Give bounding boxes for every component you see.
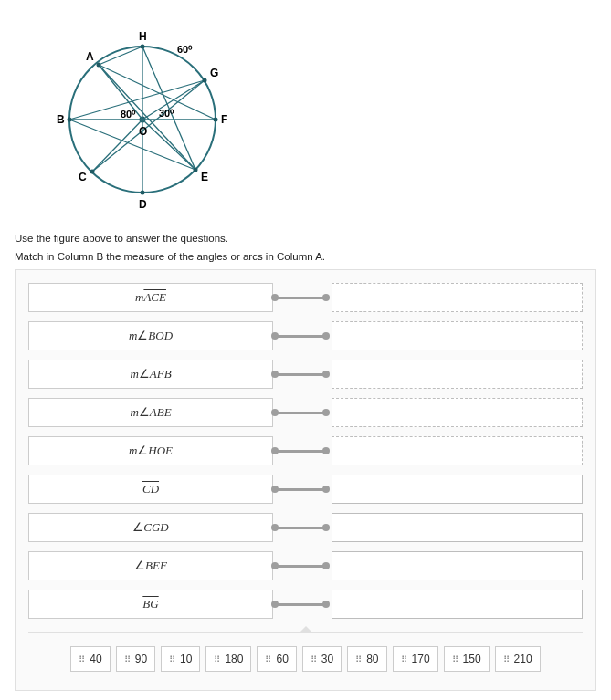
connector-icon bbox=[273, 446, 328, 455]
tile-value: 30 bbox=[321, 653, 333, 665]
tile-value: 90 bbox=[135, 653, 147, 665]
drop-zone[interactable] bbox=[332, 321, 583, 350]
drag-grip-icon bbox=[79, 653, 84, 665]
answer-tile[interactable]: 40 bbox=[70, 646, 110, 672]
tile-value: 40 bbox=[90, 653, 101, 665]
label-C: C bbox=[79, 171, 87, 183]
svg-line-13 bbox=[69, 80, 205, 120]
column-a-prompt: mACE bbox=[28, 283, 273, 312]
match-row: m∠HOE bbox=[28, 436, 583, 465]
answer-tile[interactable]: 180 bbox=[205, 646, 251, 672]
match-row: ∠CGD bbox=[28, 513, 583, 542]
answer-tile[interactable]: 150 bbox=[444, 646, 490, 672]
label-E: E bbox=[201, 171, 208, 183]
drop-zone[interactable] bbox=[332, 475, 583, 504]
drop-zone[interactable] bbox=[332, 590, 583, 619]
label-G: G bbox=[210, 67, 218, 79]
drag-grip-icon bbox=[355, 653, 361, 665]
column-a-prompt: ∠CGD bbox=[28, 513, 273, 542]
tile-value: 210 bbox=[514, 653, 532, 665]
svg-line-7 bbox=[142, 120, 195, 170]
drop-zone[interactable] bbox=[332, 360, 583, 389]
drop-zone[interactable] bbox=[332, 436, 583, 465]
connector-icon bbox=[273, 331, 328, 340]
answer-tile[interactable]: 90 bbox=[116, 646, 155, 672]
connector-icon bbox=[273, 600, 328, 609]
instruction-2: Match in Column B the measure of the ang… bbox=[15, 251, 596, 262]
connector-icon bbox=[273, 370, 328, 379]
svg-point-19 bbox=[68, 118, 72, 122]
column-a-prompt: BG bbox=[28, 590, 273, 619]
column-a-prompt: m∠AFB bbox=[28, 360, 273, 389]
match-row: CD bbox=[28, 475, 583, 504]
drag-grip-icon bbox=[401, 653, 406, 665]
match-row: mACE bbox=[28, 283, 583, 312]
answer-tile[interactable]: 210 bbox=[495, 646, 541, 672]
drag-grip-icon bbox=[503, 653, 509, 665]
tile-value: 150 bbox=[463, 653, 481, 665]
label-B: B bbox=[57, 113, 65, 126]
answer-tile[interactable]: 10 bbox=[161, 646, 200, 672]
label-A: A bbox=[86, 50, 94, 63]
match-row: ∠BEF bbox=[28, 551, 583, 580]
angle-60: 60⁰ bbox=[177, 44, 193, 55]
column-a-prompt: ∠BEF bbox=[28, 551, 273, 580]
svg-point-22 bbox=[194, 168, 198, 172]
tile-value: 10 bbox=[180, 653, 192, 665]
match-row: BG bbox=[28, 590, 583, 619]
svg-point-24 bbox=[203, 78, 207, 83]
angle-30: 30⁰ bbox=[159, 108, 174, 119]
instruction-1: Use the figure above to answer the quest… bbox=[15, 233, 596, 244]
answer-tile[interactable]: 60 bbox=[257, 646, 296, 672]
label-O: O bbox=[139, 125, 147, 138]
drag-grip-icon bbox=[311, 653, 316, 665]
svg-point-23 bbox=[214, 118, 218, 122]
answer-tile[interactable]: 80 bbox=[347, 646, 386, 672]
column-a-prompt: m∠ABE bbox=[28, 398, 273, 427]
connector-icon bbox=[273, 485, 328, 494]
drag-grip-icon bbox=[169, 653, 174, 665]
svg-point-20 bbox=[90, 170, 95, 174]
drag-grip-icon bbox=[452, 653, 458, 665]
match-row: m∠AFB bbox=[28, 360, 583, 389]
label-H: H bbox=[139, 30, 147, 43]
answer-tile[interactable]: 30 bbox=[302, 646, 342, 672]
column-a-prompt: m∠BOD bbox=[28, 321, 273, 350]
tile-value: 180 bbox=[225, 653, 243, 665]
drop-zone[interactable] bbox=[332, 283, 583, 312]
drop-zone[interactable] bbox=[332, 513, 583, 542]
label-D: D bbox=[139, 198, 147, 211]
drag-grip-icon bbox=[265, 653, 270, 665]
drag-grip-icon bbox=[214, 653, 219, 665]
tile-value: 60 bbox=[276, 653, 288, 665]
geometry-figure: H A B C D E F G O 60⁰ 80⁰ 30⁰ bbox=[42, 15, 596, 218]
svg-point-18 bbox=[97, 63, 101, 68]
svg-point-21 bbox=[141, 191, 145, 195]
svg-point-17 bbox=[141, 45, 145, 49]
matching-panel: mACEm∠BODm∠AFBm∠ABEm∠HOECD∠CGD∠BEFBG 409… bbox=[15, 269, 596, 691]
match-row: m∠ABE bbox=[28, 398, 583, 427]
column-a-prompt: CD bbox=[28, 475, 273, 504]
answer-bank: 409010180603080170150210 bbox=[28, 632, 583, 672]
drag-grip-icon bbox=[124, 653, 130, 665]
drop-zone[interactable] bbox=[332, 398, 583, 427]
label-F: F bbox=[221, 113, 227, 126]
connector-icon bbox=[273, 523, 328, 532]
match-row: m∠BOD bbox=[28, 321, 583, 350]
tile-value: 80 bbox=[366, 653, 378, 665]
svg-line-15 bbox=[92, 80, 205, 172]
column-a-prompt: m∠HOE bbox=[28, 436, 273, 465]
connector-icon bbox=[273, 408, 328, 417]
connector-icon bbox=[273, 561, 328, 570]
answer-tile[interactable]: 170 bbox=[393, 646, 438, 672]
angle-80: 80⁰ bbox=[121, 109, 136, 120]
connector-icon bbox=[273, 293, 328, 302]
drop-zone[interactable] bbox=[332, 551, 583, 580]
tile-value: 170 bbox=[412, 653, 430, 665]
